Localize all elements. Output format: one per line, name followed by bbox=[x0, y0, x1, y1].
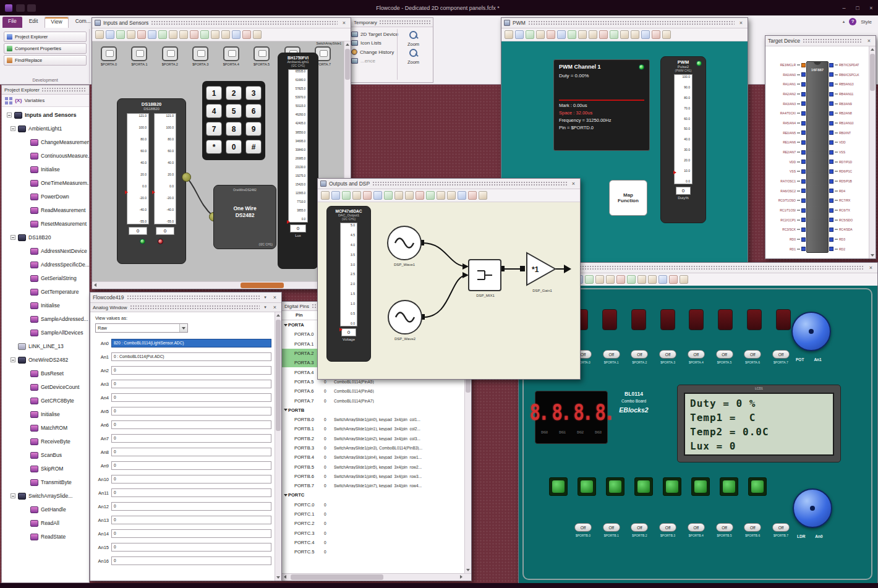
tree-item[interactable]: DS18B20 bbox=[2, 231, 89, 244]
macros-grid-icon[interactable] bbox=[5, 97, 12, 104]
chip-pin[interactable]: VDD bbox=[829, 138, 869, 146]
chip-pin[interactable]: RA1/AN1 bbox=[766, 80, 806, 88]
chip-pin[interactable]: RB2/AN8 bbox=[829, 109, 869, 117]
chip-pin[interactable]: RD3 bbox=[829, 236, 869, 243]
channel-value-field[interactable]: 0 bbox=[111, 516, 271, 524]
pin-row[interactable]: PORTB bbox=[282, 406, 464, 415]
chip-pin[interactable]: RC3/SCK bbox=[766, 226, 806, 233]
temperature-marker[interactable] bbox=[125, 190, 128, 194]
dsp-wave1-component[interactable] bbox=[387, 226, 422, 260]
green-button[interactable] bbox=[691, 477, 710, 496]
chip-pin[interactable]: RA2/AN2 bbox=[766, 90, 806, 98]
onewire-ds2482-component[interactable]: OneWireDS2482 One Wire DS2482 (I2C CH1) bbox=[213, 185, 276, 249]
toolbar-icon[interactable] bbox=[680, 275, 688, 284]
channel-value-field[interactable]: 0 bbox=[111, 448, 271, 456]
chip-pin[interactable]: RD0 bbox=[766, 236, 806, 243]
toolbar-icon[interactable] bbox=[384, 191, 393, 200]
toolbar-icon[interactable] bbox=[641, 30, 650, 39]
tree-item[interactable]: SampleAllDevices bbox=[2, 326, 89, 339]
view-values-dropdown[interactable]: Raw bbox=[95, 323, 188, 333]
off-button[interactable]: Off bbox=[716, 350, 733, 359]
ribbon-button[interactable]: Project Explorer bbox=[4, 32, 87, 42]
close-icon[interactable]: × bbox=[271, 294, 279, 300]
toolbar-icon[interactable] bbox=[331, 191, 340, 200]
variables-icon[interactable]: {X} bbox=[15, 98, 22, 103]
keypad-key[interactable]: 4 bbox=[206, 104, 222, 118]
pin-box[interactable] bbox=[801, 121, 806, 126]
toolbar-icon[interactable] bbox=[394, 191, 403, 200]
collapse-icon[interactable]: ▾ bbox=[262, 305, 268, 310]
chip-pin[interactable]: RC7/RX bbox=[829, 197, 869, 204]
scroll-down-arrow[interactable] bbox=[465, 567, 471, 573]
chip-pin[interactable]: RA6/OSC2 bbox=[766, 187, 806, 195]
pin-box[interactable] bbox=[801, 150, 806, 155]
chip-pin[interactable]: RC6/TX bbox=[829, 207, 869, 214]
channel-value-field[interactable]: 0 bbox=[111, 420, 271, 429]
toolbar-icon[interactable] bbox=[547, 30, 555, 39]
project-explorer-titlebar[interactable]: Project Explorer bbox=[2, 85, 89, 95]
dac-component[interactable]: MCP47x6DAC DAC_Output1 (I2C CH1) 5.04.54… bbox=[326, 206, 371, 362]
chip-pin[interactable]: RA3/AN3 bbox=[766, 100, 806, 108]
keypad-key[interactable]: 1 bbox=[206, 86, 222, 100]
tree-item[interactable]: MatchROM bbox=[2, 421, 89, 435]
close-icon[interactable]: × bbox=[737, 20, 745, 26]
chip-pin[interactable]: RD4 bbox=[829, 187, 869, 195]
pwm-channel1-component[interactable]: PWM Channel 1 Duty = 0.00% Mark : 0.00us… bbox=[553, 59, 650, 151]
toolbar-icon[interactable] bbox=[515, 30, 524, 39]
scroll-down-arrow[interactable] bbox=[275, 574, 281, 581]
slide-switch[interactable]: $PORTA.2 bbox=[156, 46, 184, 66]
board-switch[interactable]: Off $PORTB.7 bbox=[769, 523, 793, 537]
green-button[interactable] bbox=[578, 477, 596, 496]
dsp-gain-component[interactable]: *1 bbox=[526, 252, 558, 286]
tree-item[interactable]: ResetMeasurement bbox=[2, 217, 89, 231]
tree-item[interactable]: ReadMeasurement bbox=[2, 203, 89, 217]
pin-row[interactable]: PORTB.3 0 SwitchArraySlide1(pin3), Combo… bbox=[282, 443, 464, 453]
tree-item[interactable]: GetCRC8Byte bbox=[2, 394, 89, 407]
pin-row[interactable]: PORTB.0 0 SwitchArraySlide1(pin0), keypa… bbox=[282, 415, 464, 424]
close-icon[interactable]: × bbox=[867, 265, 875, 271]
close-button[interactable]: × bbox=[864, 5, 878, 11]
tree-item[interactable]: BusReset bbox=[2, 367, 89, 380]
ribbon-tab[interactable]: Edit bbox=[23, 17, 44, 28]
tree-item[interactable]: ScanBus bbox=[2, 448, 89, 462]
switch-body[interactable] bbox=[254, 46, 270, 61]
green-button[interactable] bbox=[720, 477, 738, 496]
inputs-window-titlebar[interactable]: Inputs and Sensors × bbox=[92, 18, 351, 28]
toolbar-icon[interactable] bbox=[589, 30, 597, 39]
pin-row[interactable]: PORTA.7 0 ComboBL0114(PinA7) bbox=[282, 396, 464, 405]
channel-value-field[interactable]: 0 bbox=[111, 461, 271, 470]
toolbar-icon[interactable] bbox=[137, 30, 146, 39]
chip-pin[interactable]: VDD bbox=[766, 158, 806, 166]
zoom-out-icon[interactable] bbox=[409, 48, 419, 58]
outputs-canvas[interactable]: MCP47x6DAC DAC_Output1 (I2C CH1) 5.04.54… bbox=[318, 202, 580, 379]
pin-row[interactable]: PORTC.2 0 bbox=[282, 519, 464, 528]
toolbar-icon[interactable] bbox=[253, 30, 262, 39]
scroll-up-arrow[interactable] bbox=[344, 41, 351, 48]
pwm-slider-component[interactable]: PWM Pulse2 (PWM CH1) 100.090.080.070.060… bbox=[660, 56, 706, 223]
vertical-scrollbar[interactable] bbox=[869, 46, 876, 258]
off-button[interactable]: Off bbox=[603, 523, 620, 532]
toolbar-icon[interactable] bbox=[458, 191, 466, 200]
scroll-left-arrow[interactable] bbox=[282, 574, 289, 581]
toolbar-icon[interactable] bbox=[616, 275, 625, 284]
toolbar-icon[interactable] bbox=[106, 30, 114, 39]
keypad-key[interactable]: 5 bbox=[226, 104, 242, 118]
pin-box[interactable] bbox=[801, 111, 806, 116]
save-icon[interactable] bbox=[16, 4, 25, 12]
keypad-key[interactable]: # bbox=[245, 140, 262, 154]
pin-box[interactable] bbox=[829, 208, 833, 213]
switch-body[interactable] bbox=[131, 46, 147, 61]
slide-switch[interactable]: $PORTA.3 bbox=[186, 46, 215, 66]
toolbar-icon[interactable] bbox=[669, 275, 678, 284]
toolbar-icon[interactable] bbox=[447, 191, 456, 200]
onewire-bus-node[interactable] bbox=[182, 173, 191, 182]
toolbar-icon[interactable] bbox=[200, 30, 209, 39]
pin-box[interactable] bbox=[801, 237, 806, 242]
toolbar-icon[interactable] bbox=[526, 30, 534, 39]
pin-box[interactable] bbox=[801, 92, 806, 96]
chip-pin[interactable]: RB6/ICSPCLK bbox=[829, 71, 869, 79]
tree-item[interactable]: GetSerialString bbox=[2, 271, 89, 285]
tree-item[interactable]: LINK_LINE_13 bbox=[2, 339, 89, 353]
tree-item[interactable]: SkipROM bbox=[2, 462, 89, 475]
keypad-key[interactable]: 8 bbox=[226, 122, 242, 136]
